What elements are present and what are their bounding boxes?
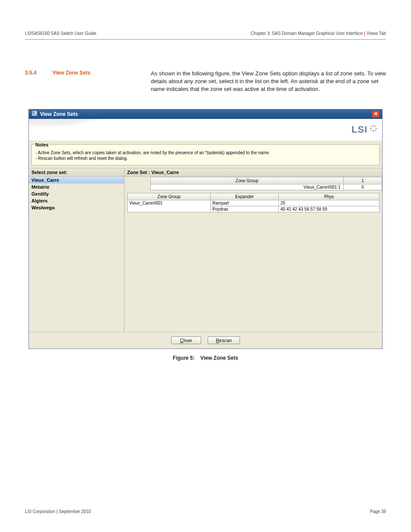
footer-separator: | xyxy=(55,509,59,514)
dialog-title: View Zone Sets xyxy=(40,111,78,117)
mini-th-count: 1 xyxy=(343,177,382,184)
list-item[interactable]: Gentilly xyxy=(29,190,124,197)
footer-left: LSI Corporation|September 2010 xyxy=(25,509,91,514)
zone-set-detail-pane: Zone Set : Vieux_Carre Zone Group 1 Vieu… xyxy=(125,168,382,332)
page-footer: LSI Corporation|September 2010 Page 39 xyxy=(25,509,386,514)
zone-set-list-pane: Select zone set: Vieux_Carre Metairie Ge… xyxy=(29,168,125,332)
figure-caption: Figure 5: View Zone Sets xyxy=(25,355,386,361)
svg-rect-2 xyxy=(33,114,36,115)
svg-rect-1 xyxy=(33,112,34,113)
zone-set-detail-title: Zone Set : Vieux_Carre xyxy=(125,168,382,177)
section-body: As shown in the following figure, the Vi… xyxy=(151,70,386,93)
close-button[interactable]: Close xyxy=(171,336,201,344)
section-number: 3.5.4 xyxy=(25,70,40,93)
notes-box: Notes - Active Zone Sets, which are copi… xyxy=(31,142,380,165)
note-line-2: - Rescan button will refresh and reset t… xyxy=(35,156,376,162)
section-3-5-4: 3.5.4 View Zone Sets As shown in the fol… xyxy=(25,70,386,93)
table-row: Vieux_Carre#001:1 X xyxy=(151,184,382,190)
close-icon[interactable]: ✕ xyxy=(372,111,380,118)
list-item[interactable]: Metairie xyxy=(29,184,124,190)
table-row: Vieux_Carre#001 Rampart 25 xyxy=(128,200,380,206)
list-item[interactable]: Algiers xyxy=(29,197,124,204)
logo-glyph-icon xyxy=(369,124,378,135)
mini-th-zone-group: Zone Group xyxy=(151,177,344,184)
th-expander: Expander xyxy=(211,193,279,200)
th-phys: Phys xyxy=(278,193,379,200)
list-item[interactable]: Westwego xyxy=(29,204,124,211)
lsi-logo: LSI xyxy=(352,124,378,135)
footer-right: Page 39 xyxy=(370,509,386,514)
list-item[interactable]: Vieux_Carre xyxy=(29,177,124,184)
zone-set-list[interactable]: Vieux_Carre Metairie Gentilly Algiers We… xyxy=(29,177,124,332)
header-right: Chapter 3: SAS Domain Manager Graphical … xyxy=(251,31,386,36)
select-zone-set-label: Select zone set: xyxy=(29,168,124,177)
notes-legend: Notes xyxy=(34,142,50,147)
th-zone-group: Zone Group xyxy=(128,193,211,200)
zone-group-detail-table: Zone Group Expander Phys Vieux_Carre#001… xyxy=(127,193,380,212)
page-header: LSISAS6160 SAS Switch User Guide Chapter… xyxy=(25,31,386,36)
section-title: View Zone Sets xyxy=(53,70,139,93)
dialog-icon xyxy=(31,110,37,118)
banner: LSI xyxy=(29,119,382,140)
zone-group-summary-table: Zone Group 1 Vieux_Carre#001:1 X xyxy=(150,177,382,190)
rescan-button[interactable]: Rescan xyxy=(208,336,240,344)
header-separator: | xyxy=(363,31,367,36)
dialog-button-row: Close Rescan xyxy=(29,332,382,348)
header-rule xyxy=(25,39,386,40)
note-line-1: - Active Zone Sets, which are copies tak… xyxy=(35,150,376,156)
view-zone-sets-dialog: View Zone Sets ✕ LSI Notes - Active Zone… xyxy=(28,109,383,349)
dialog-titlebar[interactable]: View Zone Sets ✕ xyxy=(29,109,382,119)
header-left: LSISAS6160 SAS Switch User Guide xyxy=(25,31,97,36)
